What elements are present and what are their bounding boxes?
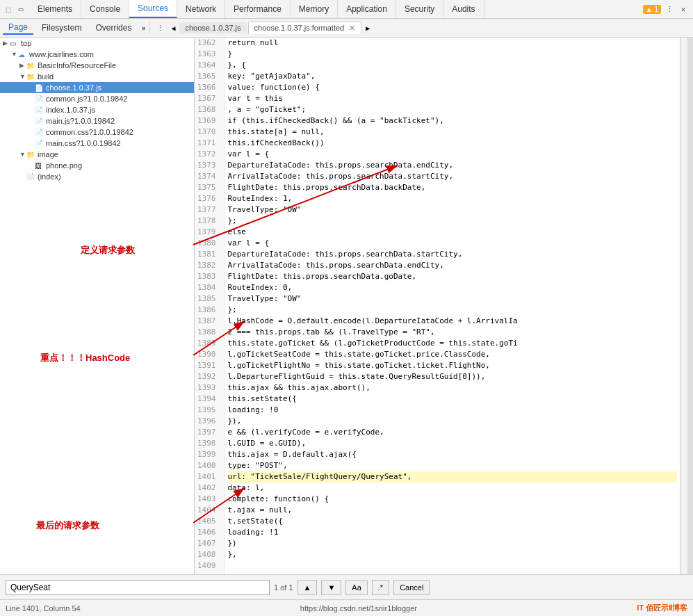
- nav-left-icon[interactable]: ◀: [168, 24, 178, 32]
- tab-sources[interactable]: Sources: [129, 0, 177, 18]
- tree-item-image[interactable]: ▼ 📁 image: [0, 149, 194, 160]
- code-line: this.ajax = D.default.ajax({: [228, 449, 678, 460]
- code-line: complete: function() {: [228, 494, 678, 505]
- code-line: this.setState({: [228, 394, 678, 405]
- line-number: 1404: [197, 505, 219, 516]
- line-number: 1386: [197, 305, 219, 316]
- cancel-search-button[interactable]: Cancel: [393, 580, 430, 595]
- code-line: DepartureIataCode: this.props.searchData…: [228, 249, 678, 260]
- code-line: FlightDate: this.props.searchData.backDa…: [228, 182, 678, 193]
- device-icon[interactable]: ▭: [15, 3, 26, 15]
- line-number: 1405: [197, 516, 219, 527]
- code-line: value: function(e) {: [228, 82, 678, 93]
- tree-item-choose[interactable]: 📄 choose.1.0.37.js: [0, 82, 194, 93]
- code-scroll-area[interactable]: 1362136313641365136613671368136913701371…: [195, 38, 680, 574]
- code-line: type: "POST",: [228, 460, 678, 471]
- code-line: data: l,: [228, 483, 678, 494]
- annotation-final-params: 最后的请求参数: [36, 519, 99, 532]
- tab-application[interactable]: Application: [338, 0, 396, 18]
- code-line: t.setState({: [228, 516, 678, 527]
- file-panel: ▶ ▭ top ▼ ☁ www.jcairlines.com ▶ 📁 Basic…: [0, 38, 195, 574]
- code-panel: 1362136313641365136613671368136913701371…: [195, 38, 680, 574]
- more-options-icon[interactable]: ⋮: [664, 3, 675, 15]
- line-number: 1385: [197, 293, 219, 305]
- tree-item-index2[interactable]: 📄 (index): [0, 171, 194, 182]
- code-line: };: [228, 216, 678, 227]
- regex-button[interactable]: .*: [372, 580, 389, 595]
- tree-item-main-css[interactable]: 📄 main.css?1.0.0.19842: [0, 138, 194, 149]
- line-number: 1381: [197, 249, 219, 260]
- code-line: }),: [228, 416, 678, 427]
- line-number: 1409: [197, 560, 219, 572]
- line-number: 1371: [197, 138, 219, 149]
- code-line: loading: !1: [228, 527, 678, 538]
- line-number: 1362: [197, 38, 219, 49]
- code-line: 2 === this.props.tab && (l.TravelType = …: [228, 327, 678, 338]
- tree-item-build[interactable]: ▼ 📁 build: [0, 71, 194, 82]
- line-number: 1402: [197, 483, 219, 494]
- tab-console[interactable]: Console: [81, 0, 129, 18]
- tab-filesystem[interactable]: Filesystem: [36, 22, 87, 34]
- line-number: 1365: [197, 71, 219, 82]
- file-tab-choose-formatted[interactable]: choose.1.0.37.js:formatted ✕: [248, 22, 362, 34]
- tab-audits[interactable]: Audits: [443, 0, 484, 18]
- line-number: 1377: [197, 204, 219, 216]
- more-tabs-icon[interactable]: »: [141, 24, 145, 32]
- code-line: }): [228, 538, 678, 549]
- tree-item-index[interactable]: 📄 index.1.0.37.js: [0, 104, 194, 115]
- match-case-button[interactable]: Aa: [345, 580, 367, 595]
- vertical-scrollbar[interactable]: [687, 38, 693, 574]
- code-line: RouteIndex: 1,: [228, 193, 678, 204]
- warning-badge: ▲ 1: [643, 5, 661, 14]
- tree-item-main-js[interactable]: 📄 main.js?1.0.0.19842: [0, 115, 194, 127]
- line-number: 1406: [197, 527, 219, 538]
- tree-item-phone[interactable]: 🖼 phone.png: [0, 160, 194, 171]
- line-number: 1382: [197, 260, 219, 271]
- line-number: 1369: [197, 115, 219, 127]
- line-number: 1374: [197, 171, 219, 182]
- code-line: FlightDate: this.props.searchData.goDate…: [228, 271, 678, 282]
- inspect-icon[interactable]: ⬚: [3, 3, 14, 15]
- code-line: TravelType: "OW": [228, 204, 678, 216]
- search-input[interactable]: [6, 580, 270, 595]
- code-line: [228, 560, 678, 572]
- tab-performance[interactable]: Performance: [225, 0, 291, 18]
- line-number: 1408: [197, 549, 219, 560]
- code-line: l.goTicketSeatCode = this.state.goTicket…: [228, 349, 678, 360]
- toolbar-divider: [149, 22, 150, 33]
- code-line: l.goTicketFlightNo = this.state.goTicket…: [228, 360, 678, 371]
- search-up-button[interactable]: ▲: [297, 580, 318, 595]
- annotation-define-params: 定义请求参数: [81, 244, 135, 257]
- line-number: 1387: [197, 316, 219, 327]
- code-content: return null } }, { key: "getAjaxData", v…: [225, 38, 680, 574]
- tree-item-top[interactable]: ▶ ▭ top: [0, 38, 194, 49]
- tree-item-common-js[interactable]: 📄 common.js?1.0.0.19842: [0, 93, 194, 104]
- code-line: loading: !0: [228, 405, 678, 416]
- close-tab-icon[interactable]: ✕: [349, 24, 355, 32]
- code-line: else: [228, 227, 678, 238]
- tab-network[interactable]: Network: [177, 0, 225, 18]
- close-icon[interactable]: ✕: [678, 3, 689, 15]
- nav-right-icon[interactable]: ▶: [363, 24, 373, 32]
- line-number: 1398: [197, 438, 219, 449]
- code-line: }, {: [228, 60, 678, 71]
- code-line: return null: [228, 38, 678, 49]
- main-tab-bar: Elements Console Sources Network Perform…: [29, 0, 639, 18]
- tab-memory[interactable]: Memory: [291, 0, 338, 18]
- search-down-button[interactable]: ▼: [321, 580, 341, 595]
- tab-overrides[interactable]: Overrides: [90, 22, 137, 34]
- tab-security[interactable]: Security: [396, 0, 443, 18]
- line-number: 1380: [197, 238, 219, 249]
- file-tab-choose-raw[interactable]: choose.1.0.37.js: [179, 22, 246, 33]
- code-line: this.state.goTicket && (l.goTicketProduc…: [228, 338, 678, 349]
- tree-item-basicinfo[interactable]: ▶ 📁 BasicInfo/ResourceFile: [0, 60, 194, 71]
- tree-item-jcairlines[interactable]: ▼ ☁ www.jcairlines.com: [0, 49, 194, 60]
- tab-elements[interactable]: Elements: [29, 0, 81, 18]
- line-number: 1403: [197, 494, 219, 505]
- code-line: , a = "goTicket";: [228, 104, 678, 115]
- line-number: 1373: [197, 160, 219, 171]
- tree-item-common-css[interactable]: 📄 common.css?1.0.0.19842: [0, 127, 194, 138]
- line-number: 1379: [197, 227, 219, 238]
- tab-page[interactable]: Page: [3, 21, 33, 35]
- settings-icon[interactable]: ⋮: [154, 22, 165, 33]
